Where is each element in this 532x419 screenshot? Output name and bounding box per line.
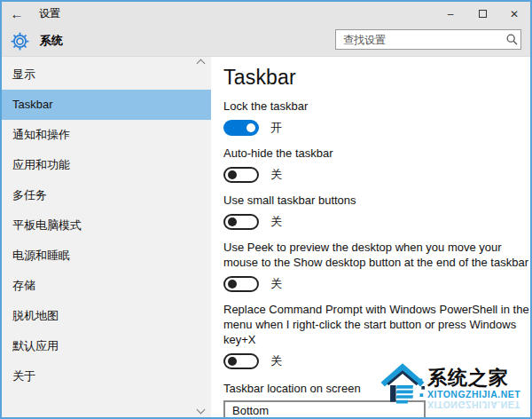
toggle-switch[interactable] [223,353,259,369]
setting-item: Replace Command Prompt with Windows Powe… [223,302,530,369]
maximize-icon [479,10,487,18]
sidebar-item[interactable]: Taskbar [2,90,211,120]
app-header: 系统 [2,26,530,57]
sidebar-item[interactable]: 应用和功能 [2,150,211,180]
sidebar-item[interactable]: 平板电脑模式 [2,210,211,241]
toggle-switch[interactable] [223,214,259,230]
setting-item: Use Peek to preview the desktop when you… [223,240,530,292]
sidebar: 显示Taskbar通知和操作应用和功能多任务平板电脑模式电源和睡眠存储脱机地图默… [2,57,211,417]
maximize-button[interactable] [466,2,498,26]
settings-window: ← 设置 – ✕ 系统 [0,0,532,419]
toggle-state-label: 开 [270,120,282,136]
minimize-button[interactable]: – [434,2,466,26]
sidebar-item[interactable]: 多任务 [2,180,211,210]
dropdown-value: Bottom [232,404,269,417]
toggle-knob [228,280,237,289]
toggle-switch[interactable] [223,276,259,292]
toggle-state-label: 关 [270,353,282,369]
toggle-knob [228,170,237,179]
page-title: Taskbar [223,66,530,90]
sidebar-item[interactable]: 通知和操作 [2,120,211,150]
close-button[interactable]: ✕ [498,2,530,26]
sidebar-item[interactable]: 脱机地图 [2,301,211,331]
sidebar-item[interactable]: 显示 [2,59,211,90]
toggle-state-label: 关 [270,276,282,292]
toggle-state-label: 关 [270,214,282,230]
setting-item: Use small taskbar buttons关 [223,193,530,230]
sidebar-item[interactable]: 电源和睡眠 [2,241,211,271]
setting-item: Auto-hide the taskbar关 [223,146,530,183]
back-button[interactable]: ← [2,6,32,21]
setting-label: Use Peek to preview the desktop when you… [223,240,530,270]
window-title: 设置 [39,6,60,21]
dropdown-label: Taskbar location on screen [223,382,530,395]
search-box [335,29,521,50]
main-panel: Taskbar Lock the taskbar开Auto-hide the t… [211,57,530,417]
toggle-switch[interactable] [223,167,259,183]
search-input[interactable] [336,30,503,49]
toggle-switch[interactable] [223,120,259,136]
scroll-down-icon[interactable] [197,406,206,415]
toggle-knob [246,123,255,132]
section-title: 系统 [40,33,63,49]
setting-label: Use small taskbar buttons [223,193,530,208]
sidebar-item[interactable]: 存储 [2,271,211,301]
setting-label: Auto-hide the taskbar [223,146,530,161]
toggle-knob [228,357,237,366]
watermark-url-reflection: XITONGZHIJIA.NET [427,399,520,410]
search-icon[interactable] [503,34,520,45]
setting-item: Lock the taskbar开 [223,99,530,136]
setting-label: Lock the taskbar [223,99,530,114]
sidebar-item[interactable]: 关于 [2,361,211,391]
title-bar: ← 设置 – ✕ [2,2,530,26]
gear-icon [11,32,29,51]
sidebar-item[interactable]: 默认应用 [2,331,211,361]
taskbar-location-dropdown[interactable]: Bottom [223,400,426,417]
toggle-state-label: 关 [270,167,282,183]
toggle-knob [228,217,237,226]
setting-label: Replace Command Prompt with Windows Powe… [223,302,530,347]
